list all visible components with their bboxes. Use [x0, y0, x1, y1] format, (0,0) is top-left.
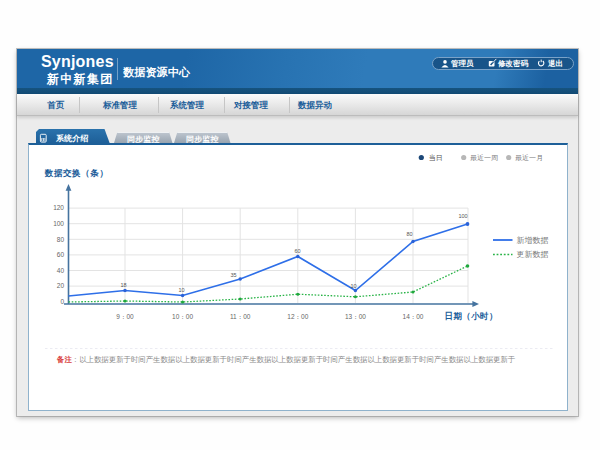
- svg-text:60: 60: [57, 251, 65, 258]
- svg-text:120: 120: [53, 204, 64, 211]
- svg-text:数据交换（条）: 数据交换（条）: [44, 168, 109, 178]
- svg-text:日期（小时）: 日期（小时）: [445, 311, 498, 321]
- svg-text:11：00: 11：00: [230, 313, 251, 320]
- svg-text:14：00: 14：00: [403, 313, 424, 320]
- svg-text:35: 35: [231, 272, 237, 278]
- svg-text:12：00: 12：00: [287, 313, 308, 320]
- svg-text:10: 10: [351, 283, 357, 289]
- svg-text:最近一周: 最近一周: [470, 154, 498, 161]
- svg-text:当日: 当日: [429, 154, 443, 162]
- svg-text:13：00: 13：00: [345, 313, 366, 320]
- svg-text:最近一月: 最近一月: [515, 154, 543, 162]
- svg-text:0: 0: [60, 298, 64, 305]
- svg-text:10：00: 10：00: [172, 313, 193, 320]
- svg-text:20: 20: [57, 282, 65, 289]
- svg-text:更新数据: 更新数据: [517, 250, 549, 259]
- svg-text:9：00: 9：00: [116, 313, 134, 320]
- svg-text:100: 100: [53, 220, 64, 227]
- svg-text:备注：以上数据更新于时间产生数据以上数据更新于时间产生数据以: 备注：以上数据更新于时间产生数据以上数据更新于时间产生数据以上数据更新于时间产生…: [56, 355, 516, 364]
- svg-text:60: 60: [295, 248, 301, 254]
- svg-text:80: 80: [57, 236, 65, 243]
- svg-text:100: 100: [459, 213, 468, 219]
- svg-text:40: 40: [57, 267, 65, 274]
- svg-text:10: 10: [179, 287, 185, 293]
- svg-text:18: 18: [121, 282, 127, 288]
- svg-text:新增数据: 新增数据: [517, 236, 549, 245]
- svg-text:80: 80: [407, 231, 413, 237]
